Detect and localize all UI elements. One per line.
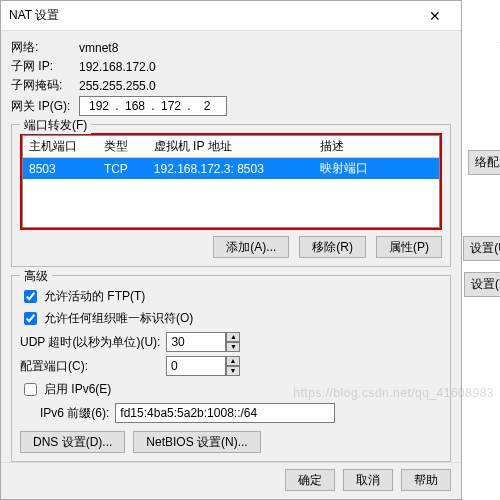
ip-octet-3[interactable]: 172: [156, 99, 186, 113]
background-window: 2.0 络配置 设置(U) 设置(E): [460, 0, 500, 500]
dialog-title: NAT 设置: [9, 7, 417, 24]
enable-ipv6-label: 启用 IPv6(E): [44, 381, 111, 398]
col-type[interactable]: 类型: [98, 136, 148, 158]
col-vm-ip[interactable]: 虚拟机 IP 地址: [148, 136, 314, 158]
ipv6-prefix-input[interactable]: [115, 403, 335, 423]
udp-timeout-stepper[interactable]: ▲▼: [166, 332, 240, 352]
cancel-button[interactable]: 取消: [343, 469, 393, 491]
titlebar: NAT 设置 ✕: [1, 1, 461, 31]
bg-settings-e-button[interactable]: 设置(E): [464, 272, 500, 297]
subnet-ip-label: 子网 IP:: [11, 58, 79, 75]
port-forward-legend: 端口转发(F): [20, 117, 91, 134]
port-forward-table[interactable]: 主机端口 类型 虚拟机 IP 地址 描述 8503 TCP 192.168.17…: [23, 136, 439, 227]
chevron-down-icon[interactable]: ▼: [226, 366, 240, 376]
udp-timeout-label: UDP 超时(以秒为单位)(U):: [20, 334, 160, 351]
dns-settings-button[interactable]: DNS 设置(D)...: [20, 431, 125, 453]
udp-timeout-input[interactable]: [166, 332, 226, 352]
chevron-down-icon[interactable]: ▼: [226, 342, 240, 352]
advanced-legend: 高级: [20, 268, 52, 285]
cell-host-port: 8503: [23, 158, 98, 180]
allow-active-ftp-label: 允许活动的 FTP(T): [44, 288, 145, 305]
config-port-input[interactable]: [166, 356, 226, 376]
help-button[interactable]: 帮助: [401, 469, 451, 491]
properties-button[interactable]: 属性(P): [376, 236, 442, 258]
netbios-settings-button[interactable]: NetBIOS 设置(N)...: [133, 431, 260, 453]
allow-oui-checkbox[interactable]: [24, 312, 37, 325]
subnet-mask-label: 子网掩码:: [11, 77, 79, 94]
nat-settings-dialog: NAT 设置 ✕ 网络:vmnet8 子网 IP:192.168.172.0 子…: [0, 0, 462, 500]
ip-octet-1[interactable]: 192: [84, 99, 114, 113]
ok-button[interactable]: 确定: [285, 469, 335, 491]
cell-desc: 映射端口: [314, 158, 439, 180]
advanced-group: 高级 允许活动的 FTP(T) 允许任何组织唯一标识符(O) UDP 超时(以秒…: [11, 275, 451, 462]
table-empty-area: [23, 179, 439, 227]
enable-ipv6-checkbox[interactable]: [24, 383, 37, 396]
cell-type: TCP: [98, 158, 148, 180]
allow-active-ftp-checkbox[interactable]: [24, 290, 37, 303]
dialog-footer: 确定 取消 帮助: [1, 462, 461, 499]
col-host-port[interactable]: 主机端口: [23, 136, 98, 158]
subnet-ip-value: 192.168.172.0: [79, 60, 156, 74]
bg-net-button[interactable]: 络配置: [468, 150, 500, 175]
chevron-up-icon[interactable]: ▲: [226, 332, 240, 342]
col-desc[interactable]: 描述: [314, 136, 439, 158]
remove-button[interactable]: 移除(R): [299, 236, 366, 258]
cell-vm-ip: 192.168.172.3: 8503: [148, 158, 314, 180]
chevron-up-icon[interactable]: ▲: [226, 356, 240, 366]
ip-octet-4[interactable]: 2: [192, 99, 222, 113]
table-row[interactable]: 8503 TCP 192.168.172.3: 8503 映射端口: [23, 158, 439, 180]
close-icon[interactable]: ✕: [417, 8, 453, 24]
subnet-mask-value: 255.255.255.0: [79, 79, 156, 93]
add-button[interactable]: 添加(A)...: [213, 236, 289, 258]
ip-octet-2[interactable]: 168: [120, 99, 150, 113]
network-label: 网络:: [11, 39, 79, 56]
config-port-label: 配置端口(C):: [20, 358, 160, 375]
network-value: vmnet8: [79, 41, 118, 55]
gateway-ip-label: 网关 IP(G):: [11, 98, 79, 115]
bg-settings-u-button[interactable]: 设置(U): [463, 236, 500, 261]
port-forward-highlight: 主机端口 类型 虚拟机 IP 地址 描述 8503 TCP 192.168.17…: [20, 133, 442, 230]
gateway-ip-input[interactable]: 192. 168. 172. 2: [79, 96, 227, 116]
ipv6-prefix-label: IPv6 前缀(6):: [40, 405, 109, 422]
allow-oui-label: 允许任何组织唯一标识符(O): [44, 310, 193, 327]
config-port-stepper[interactable]: ▲▼: [166, 356, 240, 376]
port-forward-group: 端口转发(F) 主机端口 类型 虚拟机 IP 地址 描述 8503 TCP 1: [11, 124, 451, 267]
